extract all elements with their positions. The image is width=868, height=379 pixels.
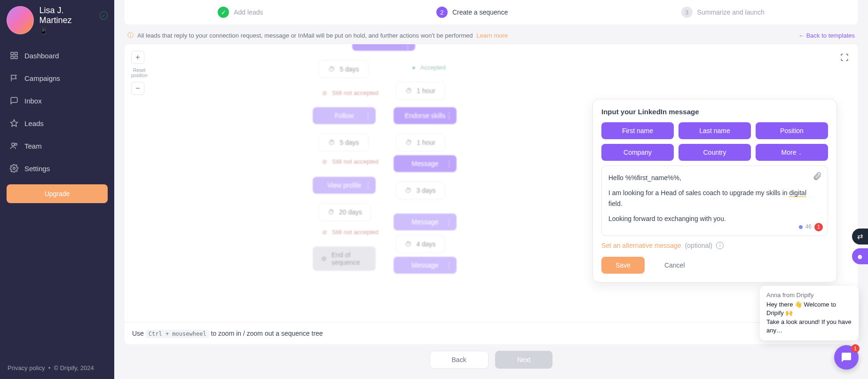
cond-node: ● Accepted — [412, 64, 446, 71]
profile-block[interactable]: Lisa J. Martinez ✓ 📱 — [0, 0, 114, 44]
grid-icon — [9, 51, 19, 60]
chevron-down-icon: ⌄ — [798, 150, 802, 156]
sequence-canvas[interactable]: + Resetposition − ⋮ ⏱ 5 days ● Accepted … — [125, 44, 858, 344]
msg-line: Looking forward to exchanging with you. — [608, 213, 821, 224]
char-counter: 46 1 — [799, 222, 823, 231]
chip-company[interactable]: Company — [601, 144, 674, 161]
alt-message-link[interactable]: Set an alternative message — [601, 242, 681, 249]
sidebar-footer: Privacy policy • © Dripify, 2024 — [0, 357, 114, 379]
svg-rect-3 — [15, 56, 17, 59]
zoom-reset-label[interactable]: Resetposition — [131, 67, 147, 79]
svg-point-6 — [15, 143, 17, 146]
sidebar-item-team[interactable]: Team — [7, 134, 108, 157]
panel-title: Input your LinkedIn message — [601, 108, 828, 116]
counter-number: 46 — [805, 222, 812, 231]
zoom-in-button[interactable]: + — [131, 51, 144, 64]
message-textarea[interactable]: Hello %%first_name%%, I am looking for a… — [601, 166, 828, 236]
float-button-1[interactable]: ⇄ — [852, 229, 868, 245]
step-number: 2 — [436, 7, 448, 18]
notice-text: All leads that reply to your connection … — [137, 32, 473, 39]
privacy-link[interactable]: Privacy policy — [8, 364, 45, 371]
svg-rect-0 — [11, 52, 13, 55]
node-message: Message⋮ — [394, 213, 457, 230]
zoom-controls: + Resetposition − — [131, 51, 147, 95]
node-message: Message⋮ — [394, 257, 457, 274]
svg-point-5 — [12, 143, 15, 146]
float-button-2[interactable]: ☻ — [852, 248, 868, 264]
delay-node: ⏱ 3 days — [395, 182, 445, 199]
sidebar-item-campaigns[interactable]: Campaigns — [7, 67, 108, 89]
tip-text: Use — [132, 330, 146, 337]
chat-launcher[interactable]: 1 — [834, 345, 859, 370]
node-eos: ⊘ End of sequence — [313, 246, 376, 271]
learn-more-link[interactable]: Learn more — [477, 32, 508, 39]
tip-code: Ctrl + mousewheel — [146, 330, 209, 338]
node: ⋮ — [352, 44, 415, 51]
msg-line: I am looking for a Head of sales coach t… — [608, 188, 821, 209]
attachment-icon[interactable] — [813, 172, 822, 181]
side-float-buttons: ⇄ ☻ — [852, 229, 868, 264]
message-editor-panel: Input your LinkedIn message First name L… — [592, 99, 837, 283]
step-summarize[interactable]: 3 Summarize and launch — [681, 7, 765, 18]
chat-badge: 1 — [851, 344, 860, 353]
upgrade-button[interactable]: Upgrade — [7, 184, 108, 203]
optional-label: (optional) — [685, 242, 712, 249]
main: ✓ Add leads 2 Create a sequence 3 Summar… — [114, 0, 868, 379]
delay-node: ⏱ 1 hour — [395, 82, 445, 100]
gear-icon — [9, 164, 19, 173]
sidebar-item-inbox[interactable]: Inbox — [7, 89, 108, 112]
delay-node: ⏱ 20 days — [319, 203, 371, 221]
chip-more[interactable]: More⌄ — [756, 144, 828, 161]
svg-point-7 — [13, 167, 16, 170]
cond-node: ⊘ Still not accepted — [322, 229, 379, 236]
save-button[interactable]: Save — [601, 257, 645, 274]
node-message: Message⋮ — [394, 155, 457, 172]
info-icon[interactable]: i — [716, 242, 724, 249]
sidebar-item-label: Dashboard — [24, 52, 59, 60]
chat-line: Take a look around! If you have any… — [766, 318, 852, 335]
sidebar: Lisa J. Martinez ✓ 📱 Dashboard Campaigns… — [0, 0, 114, 379]
svg-rect-2 — [11, 56, 13, 59]
back-to-templates-link[interactable]: ← Back to templates — [798, 32, 855, 39]
chip-first-name[interactable]: First name — [601, 122, 674, 139]
sidebar-item-dashboard[interactable]: Dashboard — [7, 44, 108, 67]
step-add-leads[interactable]: ✓ Add leads — [218, 7, 263, 18]
chip-position[interactable]: Position — [756, 122, 828, 139]
flag-icon — [9, 73, 19, 83]
shield-icon: ✓ — [100, 11, 108, 20]
node-follow: Follow⋮ — [313, 107, 376, 124]
next-button[interactable]: Next — [495, 351, 553, 369]
step-label: Create a sequence — [452, 8, 508, 16]
svg-rect-1 — [15, 52, 17, 55]
chat-icon — [9, 96, 19, 105]
back-button[interactable]: Back — [430, 351, 489, 369]
delay-node: ⏱ 4 days — [395, 235, 445, 253]
node-endorse: Endorse skills⋮ — [394, 107, 457, 124]
chip-country[interactable]: Country — [679, 144, 751, 161]
profile-emoji: 📱 — [39, 27, 108, 35]
sidebar-item-settings[interactable]: Settings — [7, 157, 108, 180]
fullscreen-button[interactable] — [838, 51, 851, 64]
stepper: ✓ Add leads 2 Create a sequence 3 Summar… — [125, 0, 858, 24]
delay-node: ⏱ 5 days — [319, 60, 369, 78]
avatar[interactable] — [7, 6, 34, 34]
cancel-button[interactable]: Cancel — [650, 257, 699, 274]
delay-node: ⏱ 1 hour — [395, 134, 445, 151]
users-icon — [9, 141, 19, 150]
chat-preview-card[interactable]: Anna from Dripify Hey there 👋 Welcome to… — [760, 286, 859, 340]
zoom-out-button[interactable]: − — [131, 82, 144, 95]
info-icon: ⓘ — [127, 31, 134, 39]
counter-badge: 1 — [814, 223, 823, 231]
msg-line: Hello %%first_name%%, — [608, 173, 821, 183]
info-notice: ⓘ All leads that reply to your connectio… — [127, 31, 508, 39]
step-create-sequence[interactable]: 2 Create a sequence — [436, 7, 508, 18]
chip-last-name[interactable]: Last name — [679, 122, 751, 139]
sidebar-item-leads[interactable]: Leads — [7, 112, 108, 134]
node-view-profile: View profile⋮ — [313, 177, 376, 194]
chat-from: Anna from Dripify — [766, 292, 852, 299]
step-number: 3 — [681, 7, 693, 18]
svg-marker-4 — [11, 120, 18, 126]
star-icon — [9, 118, 19, 128]
chat-line: Hey there 👋 Welcome to Dripify 🙌 — [766, 300, 852, 317]
profile-name: Lisa J. Martinez — [39, 6, 96, 25]
